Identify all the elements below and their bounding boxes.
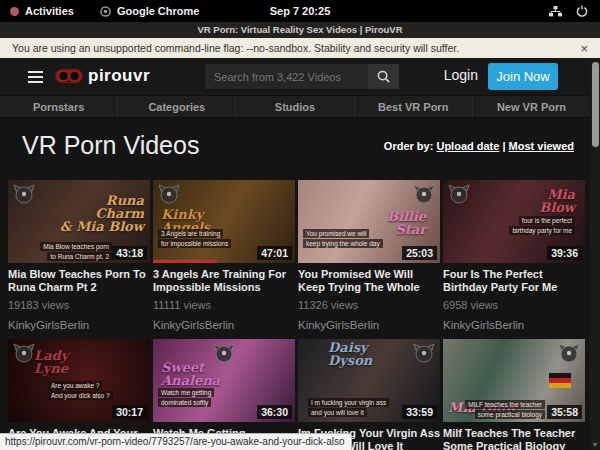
thumbnail-caption: four is the perfectbirthday party for me	[509, 215, 575, 235]
activities-button[interactable]: Activities	[10, 5, 74, 17]
video-card[interactable]: Mia Blow MILF teaches the teachersome pr…	[443, 339, 585, 450]
thumbnail-caption: MILF teaches the teachersome practical b…	[465, 399, 545, 419]
main-nav: PornstarsCategoriesStudiosBest VR PornNe…	[0, 95, 590, 118]
thumbnail-caption: You promised we willkeep trying the whol…	[303, 228, 383, 248]
video-thumbnail[interactable]: DaisyDyson I m fucking your virgin assan…	[298, 339, 440, 422]
infobar-message: You are using an unsupported command-lin…	[12, 42, 459, 54]
thumbnail-caption: Mia Blow teaches pornto Runa Charm pt. 2	[40, 241, 112, 261]
thumbnail-caption: Are you awake ?And your dick also ?	[48, 380, 113, 400]
duration-badge: 35:58	[547, 405, 582, 419]
nav-item-studios[interactable]: Studios	[235, 96, 353, 117]
video-grid: RunaCharm& Mia Blow Mia Blow teaches por…	[8, 180, 588, 450]
duration-badge: 36:30	[257, 405, 292, 419]
studio-logo-icon	[448, 184, 470, 204]
video-views: 19183 views	[8, 299, 150, 311]
thumbnail-overlay-title: DaisyDyson	[328, 341, 372, 367]
system-top-bar: Activities Google Chrome Sep 7 20:25	[0, 0, 600, 22]
thumbnail-overlay-title: BillieStar	[387, 210, 426, 236]
power-icon[interactable]	[576, 5, 588, 17]
studio-logo-icon	[558, 343, 580, 363]
video-thumbnail[interactable]: Mia Blow MILF teaches the teachersome pr…	[443, 339, 585, 422]
studio-logo-icon	[413, 184, 435, 204]
studio-logo-icon	[13, 343, 35, 363]
infobar-close-icon[interactable]: ×	[580, 42, 588, 55]
app-menu-button[interactable]: Google Chrome	[100, 5, 200, 17]
scrollbar-down-arrow[interactable]: ▼	[590, 441, 600, 448]
search-box	[205, 64, 399, 89]
order-separator: |	[499, 140, 508, 152]
chrome-infobar: You are using an unsupported command-lin…	[0, 38, 600, 58]
window-title: VR Porn: Virtual Reality Sex Videos | Pi…	[0, 22, 600, 38]
thumbnail-caption: I m fucking your virgin assand you will …	[308, 397, 389, 417]
clock[interactable]: Sep 7 20:25	[0, 5, 600, 17]
order-upload-date-link[interactable]: Upload date	[436, 140, 499, 152]
thumbnail-overlay-title: MiaBlow	[539, 188, 575, 214]
scrollbar[interactable]: ▼	[590, 58, 600, 450]
site-header: pirouvr Login Join Now	[0, 58, 600, 95]
german-flag	[549, 373, 571, 388]
status-bar-url: https://pirouvr.com/vr-porn-video/779325…	[0, 433, 352, 450]
video-thumbnail[interactable]: BillieStar You promised we willkeep tryi…	[298, 180, 440, 263]
video-thumbnail[interactable]: SweetAnalena Watch me gettingdominated s…	[153, 339, 295, 422]
studio-logo-icon	[158, 184, 180, 204]
video-thumbnail[interactable]: MiaBlow four is the perfectbirthday part…	[443, 180, 585, 263]
chrome-icon	[100, 6, 111, 17]
thumbnail-overlay-title: RunaCharm& Mia Blow	[60, 194, 144, 233]
duration-badge: 25:03	[402, 246, 437, 260]
login-link[interactable]: Login	[444, 67, 478, 83]
video-title[interactable]: Four Is The Perfect Birthday Party For M…	[443, 268, 585, 294]
duration-badge: 33:59	[402, 405, 437, 419]
hamburger-menu-icon[interactable]	[28, 71, 43, 86]
search-input[interactable]	[205, 64, 368, 89]
search-icon	[377, 70, 390, 83]
order-most-viewed-link[interactable]: Most viewed	[509, 140, 574, 152]
order-by-label: Order by:	[384, 140, 434, 152]
thumbnail-overlay-title: LadyLyne	[34, 349, 68, 375]
video-card[interactable]: RunaCharm& Mia Blow Mia Blow teaches por…	[8, 180, 150, 331]
video-views: 11111 views	[153, 299, 295, 311]
studio-link[interactable]: KinkyGirlsBerlin	[443, 319, 585, 331]
nav-item-categories[interactable]: Categories	[117, 96, 235, 117]
search-button[interactable]	[368, 64, 399, 89]
studio-link[interactable]: KinkyGirlsBerlin	[8, 319, 150, 331]
watch-progress-bar	[153, 260, 217, 263]
video-title[interactable]: You Promised We Will Keep Trying The Who…	[298, 268, 440, 294]
scrollbar-thumb[interactable]	[592, 62, 599, 147]
page-head: VR Porn Videos Order by: Upload date | M…	[0, 118, 590, 180]
order-by: Order by: Upload date | Most viewed	[384, 140, 574, 152]
video-thumbnail[interactable]: KinkyAngels 3 Angels are trainingfor imp…	[153, 180, 295, 263]
page-title: VR Porn Videos	[22, 131, 199, 160]
thumbnail-caption: 3 Angels are trainingfor impossible miss…	[158, 228, 231, 248]
duration-badge: 30:17	[112, 405, 147, 419]
duration-badge: 43:18	[112, 246, 147, 260]
logo-text: pirouvr	[88, 66, 150, 86]
thumbnail-overlay-title: SweetAnalena	[161, 361, 220, 387]
studio-logo-icon	[413, 343, 435, 363]
vr-headset-icon	[55, 68, 83, 85]
network-icon[interactable]	[549, 6, 562, 17]
video-title[interactable]: Milf Teaches The Teacher Some Practical …	[443, 427, 585, 450]
studio-link[interactable]: KinkyGirlsBerlin	[153, 319, 295, 331]
video-card[interactable]: KinkyAngels 3 Angels are trainingfor imp…	[153, 180, 295, 331]
video-title[interactable]: 3 Angels Are Training For Impossible Mis…	[153, 268, 295, 294]
video-views: 11326 views	[298, 299, 440, 311]
app-name-label: Google Chrome	[117, 5, 200, 17]
video-thumbnail[interactable]: LadyLyne Are you awake ?And your dick al…	[8, 339, 150, 422]
studio-logo-icon	[13, 184, 35, 204]
nav-item-new-vr-porn[interactable]: New VR Porn	[472, 96, 590, 117]
video-thumbnail[interactable]: RunaCharm& Mia Blow Mia Blow teaches por…	[8, 180, 150, 263]
activities-label: Activities	[25, 5, 74, 17]
thumbnail-caption: Watch me gettingdominated softly	[158, 387, 214, 407]
duration-badge: 47:01	[257, 246, 292, 260]
video-views: 6958 views	[443, 299, 585, 311]
studio-link[interactable]: KinkyGirlsBerlin	[298, 319, 440, 331]
video-card[interactable]: MiaBlow four is the perfectbirthday part…	[443, 180, 585, 331]
video-title[interactable]: Mia Blow Teaches Porn To Runa Charm Pt 2	[8, 268, 150, 294]
site-logo[interactable]: pirouvr	[55, 66, 150, 86]
nav-item-best-vr-porn[interactable]: Best VR Porn	[354, 96, 472, 117]
notification-dot-icon	[10, 7, 19, 16]
studio-logo-icon	[213, 343, 235, 363]
video-card[interactable]: BillieStar You promised we willkeep tryi…	[298, 180, 440, 331]
nav-item-pornstars[interactable]: Pornstars	[0, 96, 117, 117]
join-now-button[interactable]: Join Now	[488, 63, 558, 90]
